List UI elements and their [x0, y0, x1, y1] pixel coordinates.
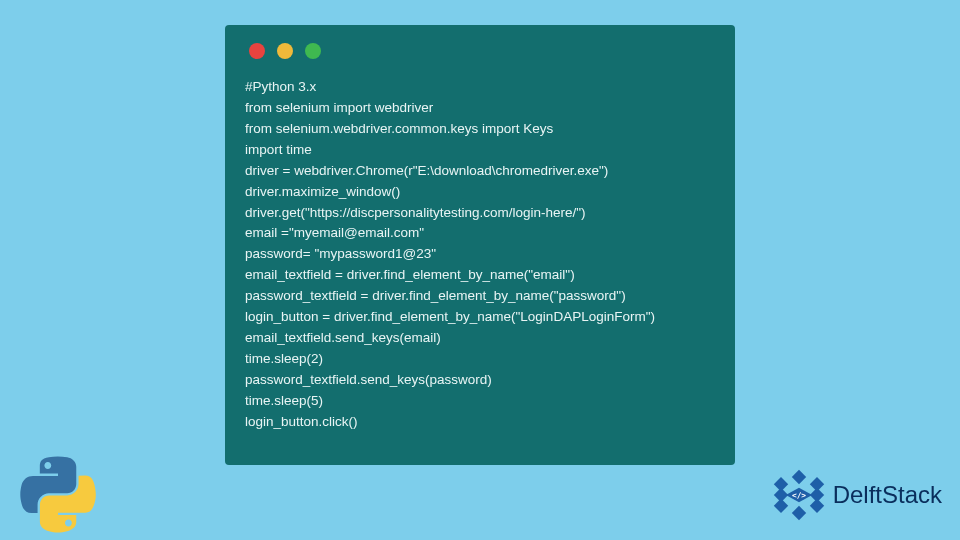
minimize-icon — [277, 43, 293, 59]
svg-marker-7 — [773, 477, 787, 491]
code-content: #Python 3.x from selenium import webdriv… — [245, 77, 715, 433]
svg-marker-4 — [791, 506, 805, 520]
svg-marker-0 — [791, 470, 805, 484]
brand-name: DelftStack — [833, 481, 942, 509]
close-icon — [249, 43, 265, 59]
python-logo-icon — [18, 455, 98, 535]
delftstack-logo-icon: </> — [769, 465, 829, 525]
maximize-icon — [305, 43, 321, 59]
delftstack-brand: </> DelftStack — [769, 465, 942, 525]
code-window: #Python 3.x from selenium import webdriv… — [225, 25, 735, 465]
traffic-lights — [249, 43, 715, 59]
svg-marker-3 — [809, 499, 823, 513]
svg-text:</>: </> — [792, 491, 806, 500]
